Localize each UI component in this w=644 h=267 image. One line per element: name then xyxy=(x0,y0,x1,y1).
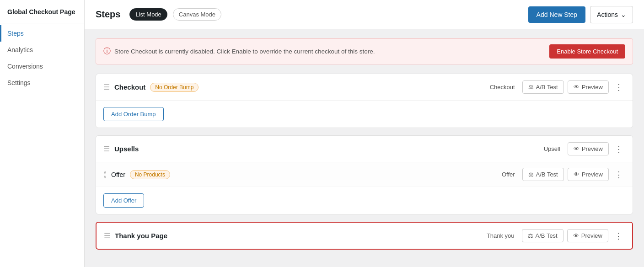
ab-icon: ⚖ xyxy=(528,232,533,239)
checkout-preview-button[interactable]: 👁 Preview xyxy=(568,80,609,94)
alert-left: ⓘ Store Checkout is currently disabled. … xyxy=(103,47,375,56)
add-order-bump-button[interactable]: Add Order Bump xyxy=(103,107,164,121)
sidebar-item-analytics[interactable]: Analytics xyxy=(0,42,84,58)
upsells-preview-button[interactable]: 👁 Preview xyxy=(568,142,609,155)
offer-more-button[interactable]: ⋮ xyxy=(612,168,625,181)
offer-ab-test-button[interactable]: ⚖ A/B Test xyxy=(522,168,564,181)
enable-store-checkout-button[interactable]: Enable Store Checkout xyxy=(549,44,625,59)
top-bar: Steps List Mode Canvas Mode Add New Step… xyxy=(85,0,644,29)
upsells-step-name: Upsells xyxy=(114,145,139,153)
page-title: Steps xyxy=(96,9,120,20)
add-new-step-button[interactable]: Add New Step xyxy=(528,6,586,23)
thank-you-step-actions: ⚖ A/B Test 👁 Preview ⋮ xyxy=(522,229,625,242)
alert-banner: ⓘ Store Checkout is currently disabled. … xyxy=(96,38,633,64)
sidebar-navigation: Steps Analytics Conversions Settings xyxy=(0,25,84,91)
checkout-step-actions: ⚖ A/B Test 👁 Preview ⋮ xyxy=(522,80,625,94)
sidebar: Global Checkout Page Steps Analytics Con… xyxy=(0,0,85,267)
top-bar-left: Steps List Mode Canvas Mode xyxy=(96,8,221,21)
offer-sub-row-actions: ⚖ A/B Test 👁 Preview ⋮ xyxy=(522,168,625,181)
checkout-step-header: ☰ Checkout No Order Bump Checkout ⚖ A/B … xyxy=(96,74,633,101)
offer-type-label: Offer xyxy=(502,171,515,178)
sidebar-title: Global Checkout Page xyxy=(0,0,84,23)
sidebar-item-conversions[interactable]: Conversions xyxy=(0,58,84,75)
info-icon: ⓘ xyxy=(103,47,111,56)
upsells-step-card: ☰ Upsells Upsell 👁 Preview ⋮ ∧ xyxy=(96,135,633,214)
checkout-step-body: Add Order Bump xyxy=(96,101,633,128)
thank-you-ab-test-button[interactable]: ⚖ A/B Test xyxy=(522,229,564,242)
offer-badge: No Products xyxy=(130,170,170,179)
eye-icon: 👁 xyxy=(574,84,580,91)
offer-sub-row: ∧ ∨ Offer No Products Offer ⚖ A/B Test 👁 xyxy=(96,162,633,187)
offer-sub-row-name: Offer xyxy=(111,171,125,178)
offer-preview-button[interactable]: 👁 Preview xyxy=(568,168,609,181)
upsells-step-actions: 👁 Preview ⋮ xyxy=(568,142,625,155)
top-bar-right: Add New Step Actions ⌄ xyxy=(528,6,633,23)
eye-icon: 👁 xyxy=(574,171,580,178)
upsells-more-button[interactable]: ⋮ xyxy=(612,143,625,155)
drag-handle-icon: ☰ xyxy=(104,231,110,240)
list-mode-button[interactable]: List Mode xyxy=(129,8,167,21)
checkout-step-name: Checkout xyxy=(114,83,145,91)
checkout-type-label: Checkout xyxy=(490,84,515,91)
thank-you-step-card: ☰ Thank you Page Thank you ⚖ A/B Test 👁 … xyxy=(96,222,633,250)
checkout-more-button[interactable]: ⋮ xyxy=(612,81,625,94)
eye-icon: 👁 xyxy=(573,232,579,239)
thank-you-type-label: Thank you xyxy=(487,232,515,239)
sidebar-item-settings[interactable]: Settings xyxy=(0,75,84,91)
main-content: Steps List Mode Canvas Mode Add New Step… xyxy=(85,0,644,267)
eye-icon: 👁 xyxy=(574,145,580,152)
add-offer-button[interactable]: Add Offer xyxy=(103,193,144,208)
canvas-mode-button[interactable]: Canvas Mode xyxy=(173,8,221,21)
sidebar-item-steps[interactable]: Steps xyxy=(0,25,84,42)
drag-handle-icon: ☰ xyxy=(103,83,110,91)
actions-button[interactable]: Actions ⌄ xyxy=(590,6,633,23)
checkout-step-card: ☰ Checkout No Order Bump Checkout ⚖ A/B … xyxy=(96,74,633,128)
content-area: ⓘ Store Checkout is currently disabled. … xyxy=(85,29,644,267)
checkout-ab-test-button[interactable]: ⚖ A/B Test xyxy=(522,80,564,94)
alert-message: Store Checkout is currently disabled. Cl… xyxy=(114,48,375,55)
ab-icon: ⚖ xyxy=(528,171,534,178)
upsells-step-body: Add Offer xyxy=(96,187,633,214)
actions-label: Actions xyxy=(597,11,618,18)
thank-you-step-name: Thank you Page xyxy=(115,232,167,240)
drag-handle-icon: ☰ xyxy=(103,144,110,153)
chevron-updown-icon: ∧ ∨ xyxy=(103,170,107,179)
upsells-step-header: ☰ Upsells Upsell 👁 Preview ⋮ xyxy=(96,136,633,162)
checkout-badge: No Order Bump xyxy=(150,83,199,92)
thank-you-preview-button[interactable]: 👁 Preview xyxy=(567,229,608,242)
thank-you-step-header: ☰ Thank you Page Thank you ⚖ A/B Test 👁 … xyxy=(97,223,632,249)
upsells-type-label: Upsell xyxy=(544,145,560,152)
chevron-down-icon: ⌄ xyxy=(621,11,626,18)
ab-icon: ⚖ xyxy=(528,84,534,91)
thank-you-more-button[interactable]: ⋮ xyxy=(612,230,625,242)
